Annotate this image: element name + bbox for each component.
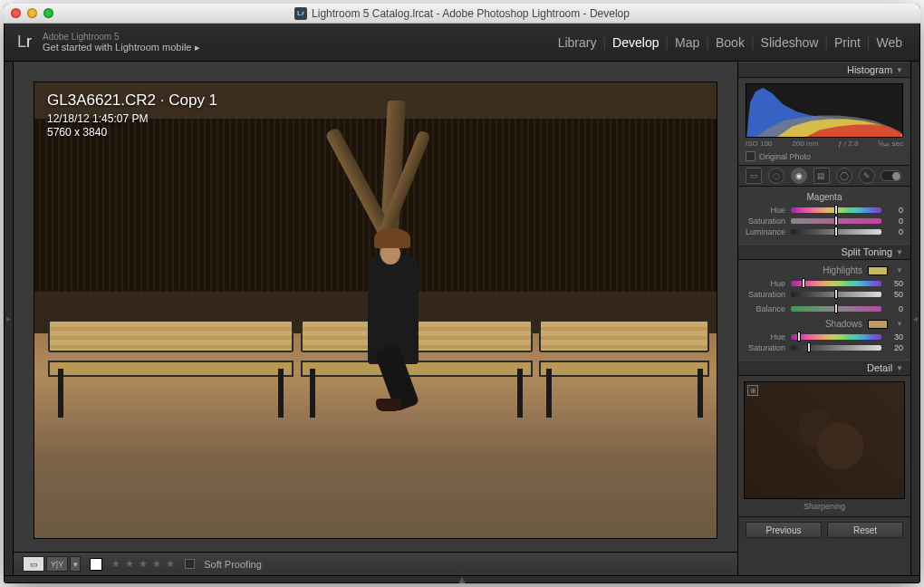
panel-switch[interactable] [881,170,902,181]
slider-thumb[interactable] [802,278,805,288]
mac-titlebar[interactable]: Lr Lightroom 5 Catalog.lrcat - Adobe Pho… [4,4,920,24]
hsl-group-title: Magenta [746,192,903,202]
split-toning-title: Split Toning [841,246,892,257]
shadows-hue-slider[interactable] [791,334,881,340]
module-separator: | [704,35,711,50]
overlay-dimensions: 5760 x 3840 [47,126,217,139]
left-panel-handle[interactable]: ▸ [5,62,14,575]
right-panel-handle[interactable]: ◂ [910,62,919,575]
highlights-hue-value[interactable]: 50 [887,279,903,288]
highlights-swatch[interactable] [868,266,888,275]
soft-proof-label: Soft Proofing [204,559,262,570]
module-print[interactable]: Print [830,35,865,50]
grad-filter-tool[interactable]: ▤ [813,168,830,184]
shadows-label: Shadows [825,319,862,329]
detail-preview[interactable]: ⊕ [744,381,905,499]
flag-pick[interactable] [90,558,102,571]
hsl-saturation-value[interactable]: 0 [887,217,903,226]
slider-thumb[interactable] [797,332,801,342]
module-map[interactable]: Map [670,35,704,50]
module-web[interactable]: Web [871,35,907,50]
chevron-down-icon[interactable]: ▼ [896,266,903,274]
shadows-saturation-slider[interactable] [791,345,881,351]
view-mode-group: ▭ Y|Y ▾ [23,556,81,572]
chevron-down-icon[interactable]: ▼ [896,320,903,328]
detail-cutoff-label: Sharpening [744,502,905,511]
original-photo-label: Original Photo [759,152,811,161]
hsl-luminance-value[interactable]: 0 [887,227,903,236]
lr-logo: Lr [17,33,32,52]
highlights-saturation-slider[interactable] [791,292,881,297]
shadows-hue-value[interactable]: 30 [887,332,903,342]
hsl-saturation-row: Saturation0 [746,217,903,226]
balance-row: Balance0 [746,304,903,313]
radial-filter-tool[interactable]: ◯ [836,168,852,184]
histogram-header[interactable]: Histogram▼ [738,62,910,78]
slider-thumb[interactable] [834,226,838,236]
split-toning-header[interactable]: Split Toning▼ [738,244,910,260]
module-library[interactable]: Library [553,35,602,50]
balance-value[interactable]: 0 [887,304,903,313]
original-photo-row[interactable]: Original Photo [746,151,903,161]
shadows-hue-row: Hue30 [746,332,903,342]
detail-header[interactable]: Detail▼ [738,360,910,376]
identity-plate-bar: Lr Adobe Lightroom 5 Get started with Li… [5,24,919,62]
identity-brand: Adobe Lightroom 5 [43,32,200,42]
shadows-swatch[interactable] [868,320,888,329]
loupe-view-button[interactable]: ▭ [23,556,44,572]
highlights-saturation-row: Saturation50 [746,290,903,299]
hsl-luminance-slider[interactable] [791,229,881,235]
slider-thumb[interactable] [807,342,811,352]
histogram-meta: ISO 100 200 mm ƒ / 2.8 ¹⁄₆₄₀ sec [746,140,903,148]
balance-slider[interactable] [791,306,881,312]
module-slideshow[interactable]: Slideshow [756,35,823,50]
highlights-saturation-value[interactable]: 50 [887,290,903,299]
chevron-down-icon: ▼ [896,248,903,256]
hsl-hue-value[interactable]: 0 [887,206,903,215]
shadows-saturation-label: Saturation [746,343,785,352]
photo-canvas[interactable]: GL3A6621.CR2 · Copy 1 12/18/12 1:45:07 P… [34,82,717,539]
detail-panel: ⊕ Sharpening [738,376,910,516]
info-overlay: GL3A6621.CR2 · Copy 1 12/18/12 1:45:07 P… [47,91,217,139]
hsl-saturation-label: Saturation [746,217,785,226]
slider-thumb[interactable] [834,205,838,215]
hsl-hue-slider[interactable] [791,207,881,213]
highlights-hue-slider[interactable] [791,281,881,286]
overlay-filename: GL3A6621.CR2 · Copy 1 [47,91,217,110]
shadows-saturation-value[interactable]: 20 [887,343,903,352]
before-after-lr-button[interactable]: Y|Y [46,556,68,572]
balance-label: Balance [746,304,785,313]
slider-thumb[interactable] [834,289,838,299]
before-after-menu[interactable]: ▾ [70,556,81,572]
secondary-toolbar: ▭ Y|Y ▾ ★ ★ ★ ★ ★ Soft Proofing [14,552,737,575]
module-separator: | [663,35,670,50]
highlights-label: Highlights [823,265,862,275]
histogram-focal: 200 mm [792,140,818,148]
highlights-hue-label: Hue [746,279,785,288]
soft-proof-checkbox[interactable] [185,559,195,569]
shadows-hue-label: Hue [746,332,785,342]
slider-thumb[interactable] [834,303,838,313]
filmstrip-handle[interactable]: ▴ [5,575,919,582]
slider-thumb[interactable] [834,216,838,226]
rating-stars[interactable]: ★ ★ ★ ★ ★ [111,558,176,570]
histogram-graph[interactable] [746,83,903,138]
hsl-saturation-slider[interactable] [791,218,881,224]
detail-target-icon[interactable]: ⊕ [747,385,758,396]
crop-tool[interactable]: ▭ [746,168,762,184]
brush-tool[interactable]: ✎ [859,168,875,184]
hsl-luminance-row: Luminance0 [746,227,903,236]
overlay-datetime: 12/18/12 1:45:07 PM [47,112,217,125]
reset-button[interactable]: Reset [827,522,903,538]
histogram-panel: ISO 100 200 mm ƒ / 2.8 ¹⁄₆₄₀ sec Origina… [738,78,910,165]
original-photo-checkbox[interactable] [746,151,756,161]
identity-plate[interactable]: Adobe Lightroom 5 Get started with Light… [43,32,200,53]
app-icon: Lr [294,7,307,20]
module-develop[interactable]: Develop [608,35,663,50]
spot-tool[interactable]: ◌ [768,168,784,184]
redeye-tool[interactable]: ◉ [791,168,807,184]
module-book[interactable]: Book [711,35,749,50]
previous-button[interactable]: Previous [746,522,822,538]
module-separator: | [865,35,872,50]
detail-title: Detail [867,362,892,373]
